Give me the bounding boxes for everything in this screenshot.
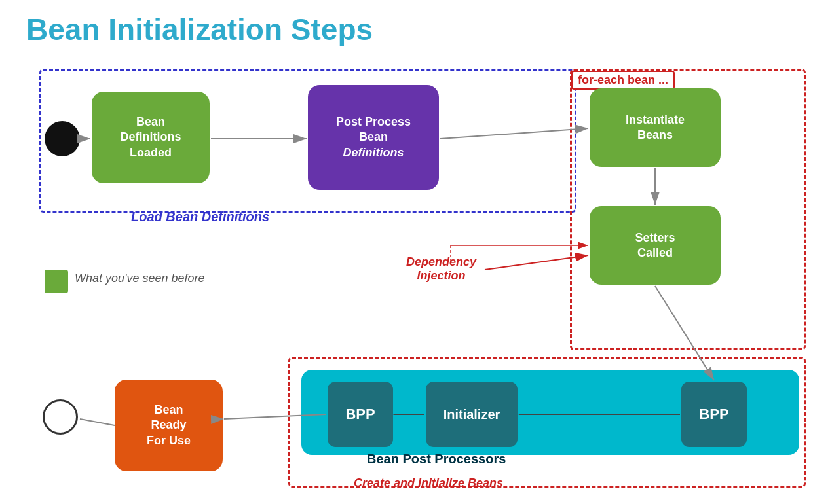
instantiate-beans-node: InstantiateBeans: [590, 88, 721, 167]
bean-ready-text: BeanReadyFor Use: [147, 403, 191, 448]
legend-label: What you've seen before: [75, 272, 205, 285]
bpp-left-node: BPP: [328, 382, 393, 447]
bpp-left-text: BPP: [345, 405, 375, 424]
bean-definitions-loaded-text: BeanDefinitionsLoaded: [121, 115, 181, 160]
load-bean-definitions-label: Load Bean Definitions: [131, 209, 269, 225]
start-circle: [45, 121, 80, 156]
svg-line-14: [80, 419, 115, 425]
initializer-text: Initializer: [443, 406, 500, 423]
create-init-label: Create and Initialize Beans: [354, 477, 503, 490]
bean-post-processors-label: Bean Post Processors: [367, 452, 506, 467]
dependency-injection-label: DependencyInjection: [406, 255, 476, 283]
instantiate-beans-text: InstantiateBeans: [626, 113, 685, 143]
legend-square: [45, 270, 68, 293]
bean-ready-node: BeanReadyFor Use: [115, 380, 223, 471]
page-title: Bean Initialization Steps: [26, 12, 373, 47]
end-circle: [43, 399, 78, 435]
bean-definitions-loaded-node: BeanDefinitionsLoaded: [92, 92, 210, 183]
post-process-bean-text: Post ProcessBeanDefinitions: [336, 115, 411, 160]
foreach-bean-label: for-each bean ...: [571, 71, 675, 90]
post-process-bean-node: Post ProcessBeanDefinitions: [308, 85, 439, 190]
bpp-right-text: BPP: [699, 405, 728, 424]
setters-called-text: SettersCalled: [635, 230, 675, 261]
initializer-node: Initializer: [426, 382, 518, 447]
setters-called-node: SettersCalled: [590, 206, 721, 285]
bpp-right-node: BPP: [681, 382, 747, 447]
